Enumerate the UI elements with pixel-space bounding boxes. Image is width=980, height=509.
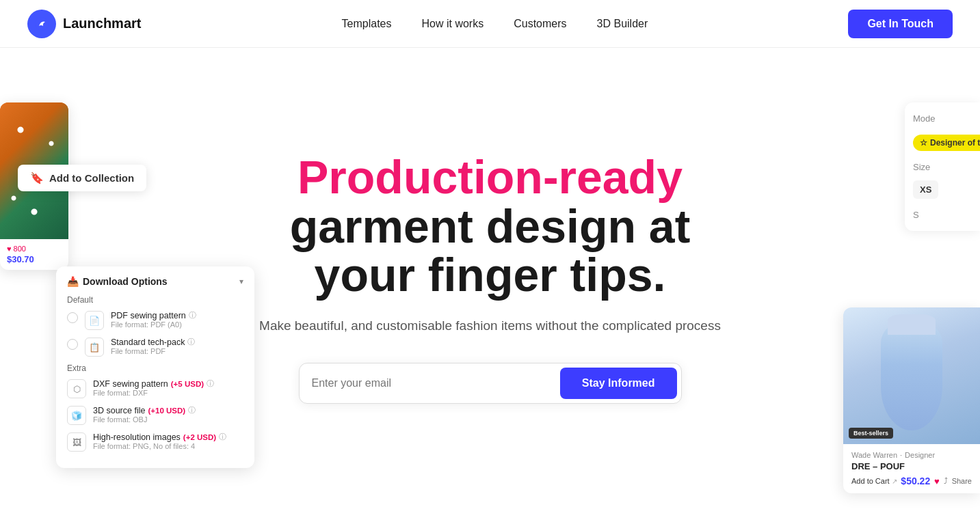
logo-text: Launchmart bbox=[63, 16, 141, 31]
hires-name: High-resolution images (+2 USD) ⓘ bbox=[93, 432, 226, 442]
download-item-dxf: ⬡ DXF sewing pattern (+5 USD) ⓘ File for… bbox=[67, 379, 243, 398]
3d-sub: File format: OBJ bbox=[93, 415, 196, 424]
hires-price: (+2 USD) bbox=[183, 433, 216, 441]
dress-image: Best-sellers bbox=[843, 307, 980, 444]
download-title: 📥 Download Options bbox=[67, 276, 168, 287]
tech-pack-icon: 📋 bbox=[85, 338, 104, 357]
download-header: 📥 Download Options ▾ bbox=[67, 276, 243, 287]
dxf-icon: ⬡ bbox=[67, 379, 86, 398]
dxf-price: (+5 USD) bbox=[171, 380, 204, 388]
pdf-sub: File format: PDF (A0) bbox=[111, 320, 196, 329]
tech-pack-info-icon: ⓘ bbox=[187, 337, 195, 347]
hires-info-icon: ⓘ bbox=[219, 432, 226, 442]
share-icon[interactable]: ⤴ bbox=[944, 476, 948, 486]
heart-icon[interactable]: ♥ bbox=[934, 476, 940, 486]
nav-link-customers[interactable]: Customers bbox=[514, 18, 566, 30]
add-to-cart-button[interactable]: Add to Cart ↗ bbox=[851, 477, 897, 485]
hero-center: Production-ready garment design at your … bbox=[258, 153, 723, 404]
designer-dot: · bbox=[900, 451, 902, 459]
dress-footer: Add to Cart ↗ $50.22 ♥ ⤴ Share bbox=[851, 476, 972, 486]
dress-actions-right: ♥ ⤴ Share bbox=[934, 476, 972, 486]
default-section-label: Default bbox=[67, 295, 243, 305]
download-item-hires: 🖼 High-resolution images (+2 USD) ⓘ File… bbox=[67, 432, 243, 452]
hero-section: 🔖 Add to Collection ♥ 800 $30.70 📥 Downl… bbox=[0, 48, 980, 509]
add-collection-label: Add to Collection bbox=[49, 172, 134, 184]
nav-link-how[interactable]: How it works bbox=[422, 18, 484, 30]
add-to-collection-badge[interactable]: 🔖 Add to Collection bbox=[18, 165, 146, 191]
nav-link-3dbuilder[interactable]: 3D Builder bbox=[597, 18, 648, 30]
logo-icon bbox=[27, 10, 56, 38]
tech-pack-checkbox[interactable] bbox=[67, 339, 78, 350]
designer-badge-text: Designer of the day bbox=[930, 138, 980, 148]
best-sellers-badge: Best-sellers bbox=[849, 428, 893, 439]
pdf-checkbox[interactable] bbox=[67, 312, 78, 323]
navbar: Launchmart Templates How it works Custom… bbox=[0, 0, 980, 48]
dress-info: Wade Warren · Designer DRE – POUF Add to… bbox=[843, 444, 980, 493]
download-icon: 📥 bbox=[67, 276, 79, 287]
designer-badge: ☆ Designer of the day bbox=[913, 135, 980, 151]
dress-card: Best-sellers Wade Warren · Designer DRE … bbox=[843, 307, 980, 493]
hires-sub: File format: PNG, No of files: 4 bbox=[93, 442, 226, 450]
download-chevron-icon[interactable]: ▾ bbox=[239, 277, 243, 286]
tech-pack-text: Standard tech-pack ⓘ File format: PDF bbox=[111, 337, 195, 355]
dress-name: DRE – POUF bbox=[851, 461, 972, 471]
right-panel: Mode ☆ Designer of the day Size XS S bbox=[905, 102, 980, 231]
pdf-name: PDF sewing pattern ⓘ bbox=[111, 310, 196, 320]
hero-title-dark: garment design at your finger tips. bbox=[258, 202, 723, 300]
email-input[interactable] bbox=[312, 377, 560, 389]
get-in-touch-button[interactable]: Get In Touch bbox=[848, 10, 953, 38]
pdf-icon: 📄 bbox=[85, 311, 104, 330]
hero-subtitle: Make beautiful, and customisable fashion… bbox=[258, 316, 723, 336]
hero-title-pink: Production-ready bbox=[258, 153, 723, 202]
external-link-icon: ↗ bbox=[892, 478, 897, 485]
tech-pack-sub: File format: PDF bbox=[111, 347, 195, 355]
xs-size-badge[interactable]: XS bbox=[913, 180, 938, 199]
garment-card-footer: ♥ 800 $30.70 bbox=[0, 239, 68, 270]
nav-link-templates[interactable]: Templates bbox=[342, 18, 392, 30]
garment-price: $30.70 bbox=[7, 254, 62, 264]
pdf-info-icon: ⓘ bbox=[189, 310, 196, 320]
share-label[interactable]: Share bbox=[952, 477, 972, 485]
size-label: Size bbox=[913, 162, 972, 172]
bookmark-icon: 🔖 bbox=[30, 171, 44, 184]
hires-text: High-resolution images (+2 USD) ⓘ File f… bbox=[93, 432, 226, 450]
download-item-tech-pack: 📋 Standard tech-pack ⓘ File format: PDF bbox=[67, 337, 243, 357]
3d-info-icon: ⓘ bbox=[188, 405, 196, 415]
mode-label: Mode bbox=[913, 113, 972, 124]
dxf-text: DXF sewing pattern (+5 USD) ⓘ File forma… bbox=[93, 379, 214, 397]
s-label: S bbox=[913, 210, 972, 220]
tech-pack-name: Standard tech-pack ⓘ bbox=[111, 337, 195, 347]
dress-actions-left: Add to Cart ↗ bbox=[851, 477, 897, 485]
dxf-name: DXF sewing pattern (+5 USD) ⓘ bbox=[93, 379, 214, 389]
download-options-card: 📥 Download Options ▾ Default 📄 PDF sewin… bbox=[56, 266, 254, 468]
email-form: Stay Informed bbox=[299, 363, 682, 404]
extra-section-label: Extra bbox=[67, 363, 243, 373]
dress-price: $50.22 bbox=[901, 476, 930, 486]
star-icon: ☆ bbox=[920, 138, 927, 148]
dress-shape bbox=[881, 321, 942, 430]
3d-text: 3D source file (+10 USD) ⓘ File format: … bbox=[93, 405, 196, 424]
garment-likes: ♥ 800 bbox=[7, 245, 62, 253]
nav-links: Templates How it works Customers 3D Buil… bbox=[342, 18, 648, 30]
3d-price: (+10 USD) bbox=[148, 407, 185, 415]
dress-designer: Wade Warren · Designer bbox=[851, 451, 972, 459]
download-item-pdf: 📄 PDF sewing pattern ⓘ File format: PDF … bbox=[67, 310, 243, 330]
3d-icon: 🧊 bbox=[67, 406, 86, 425]
hires-icon: 🖼 bbox=[67, 432, 86, 452]
stay-informed-button[interactable]: Stay Informed bbox=[560, 368, 677, 399]
dxf-info-icon: ⓘ bbox=[207, 379, 214, 389]
dxf-sub: File format: DXF bbox=[93, 389, 214, 397]
3d-name: 3D source file (+10 USD) ⓘ bbox=[93, 405, 196, 415]
pdf-text: PDF sewing pattern ⓘ File format: PDF (A… bbox=[111, 310, 196, 329]
download-item-3d: 🧊 3D source file (+10 USD) ⓘ File format… bbox=[67, 405, 243, 425]
logo[interactable]: Launchmart bbox=[27, 10, 141, 38]
